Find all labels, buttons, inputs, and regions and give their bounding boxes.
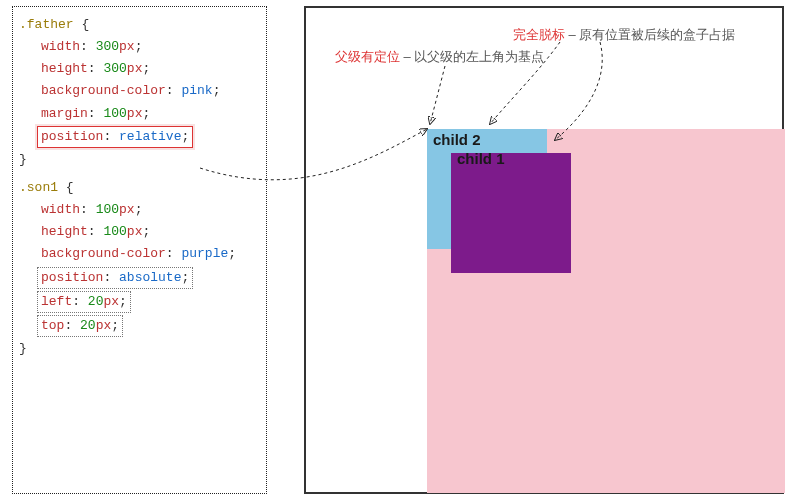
highlight-relative: position: relative; [37,126,193,148]
father-box: child 2 child 1 [427,129,785,493]
selector-son1: .son1 [19,180,58,195]
child2-label: child 2 [433,131,481,148]
code-line: .father { [19,15,256,35]
child1-box [451,153,571,273]
child1-label: child 1 [457,150,505,167]
annotation-anchor: 父级有定位 – 以父级的左上角为基点 [335,48,544,66]
annotation-flow: 完全脱标 – 原有位置被后续的盒子占据 [513,26,735,44]
selector-father: .father [19,17,74,32]
highlight-absolute: position: absolute; [37,267,193,289]
diagram-panel: child 2 child 1 [304,6,784,494]
code-panel: .father { width: 300px; height: 300px; b… [12,6,267,494]
